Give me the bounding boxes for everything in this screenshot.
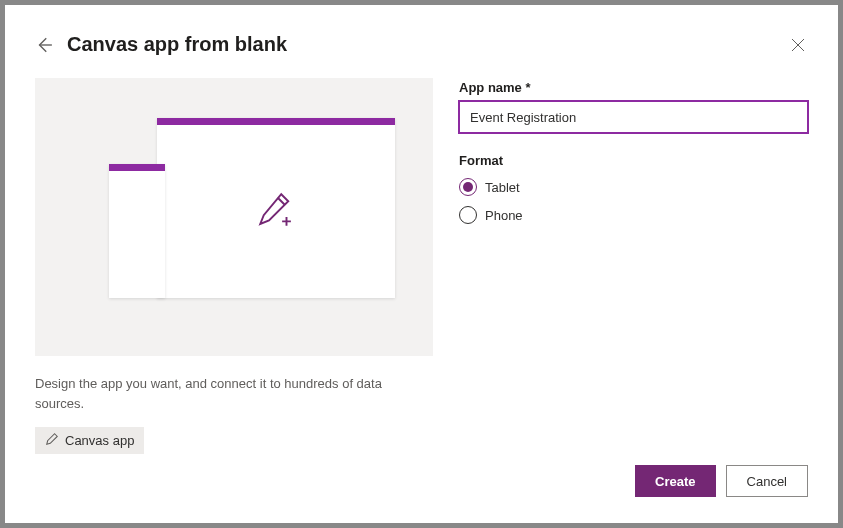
preview-column: Design the app you want, and connect it … bbox=[35, 78, 433, 454]
canvas-app-tag: Canvas app bbox=[35, 427, 144, 454]
radio-icon bbox=[459, 206, 477, 224]
tag-label: Canvas app bbox=[65, 433, 134, 448]
app-name-input[interactable] bbox=[459, 101, 808, 133]
preview-description: Design the app you want, and connect it … bbox=[35, 374, 433, 413]
back-arrow-icon[interactable] bbox=[35, 36, 53, 54]
format-label: Format bbox=[459, 153, 808, 168]
radio-label: Phone bbox=[485, 208, 523, 223]
app-name-label: App name * bbox=[459, 80, 808, 95]
tablet-preview-shape bbox=[157, 118, 395, 298]
form-column: App name * Format Tablet Phone bbox=[459, 78, 808, 454]
format-option-phone[interactable]: Phone bbox=[459, 206, 808, 224]
phone-preview-shape bbox=[109, 164, 165, 298]
radio-icon bbox=[459, 178, 477, 196]
dialog-header: Canvas app from blank bbox=[35, 33, 808, 56]
radio-label: Tablet bbox=[485, 180, 520, 195]
pencil-plus-icon bbox=[255, 189, 297, 235]
dialog-footer: Create Cancel bbox=[635, 465, 808, 497]
pencil-icon bbox=[45, 432, 59, 449]
format-section: Format Tablet Phone bbox=[459, 153, 808, 224]
cancel-button[interactable]: Cancel bbox=[726, 465, 808, 497]
dialog-title: Canvas app from blank bbox=[67, 33, 287, 56]
dialog-content: Design the app you want, and connect it … bbox=[35, 78, 808, 454]
close-icon[interactable] bbox=[790, 37, 806, 53]
canvas-app-dialog: Canvas app from blank De bbox=[5, 5, 838, 523]
format-option-tablet[interactable]: Tablet bbox=[459, 178, 808, 196]
app-preview bbox=[35, 78, 433, 356]
create-button[interactable]: Create bbox=[635, 465, 715, 497]
